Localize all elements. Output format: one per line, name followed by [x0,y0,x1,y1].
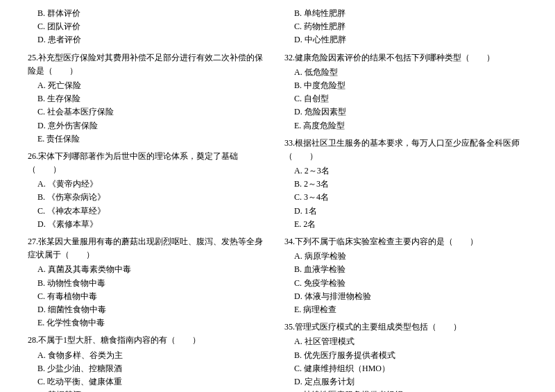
option: B. 《伤寒杂病论》 [28,191,271,204]
option: C. 自创型 [284,92,527,105]
option: C. 免疫学检验 [284,277,527,290]
question-block: 25.补充型医疗保险对其费用补偿不足部分进行有效二次补偿的保险是（ ）A. 死亡… [28,51,271,146]
question-block: 34.下列不属于临床实验室检查主要内容的是（ ）A. 病原学检验B. 血液学检验… [284,235,527,316]
option: B. 中度危险型 [284,79,527,92]
option: E. 病理检查 [284,303,527,316]
option: B. 优先医疗服务提供者模式 [284,349,527,362]
option: D. 体液与排泄物检验 [284,290,527,303]
option: E. 高度危险型 [284,119,527,133]
question-block: 32.健康危险因素评价的结果不包括下列哪种类型（ ）A. 低危险型B. 中度危险… [284,51,527,133]
option: B. 2～3名 [284,178,527,191]
question-title: 25.补充型医疗保险对其费用补偿不足部分进行有效二次补偿的保险是（ ） [28,51,271,78]
option: E. 持续性医疗服务提供者组织 [284,389,527,392]
option: D. 患者评价 [28,33,271,46]
question-title: 32.健康危险因素评价的结果不包括下列哪种类型（ ） [284,51,527,65]
option: D. 中心性肥胖 [284,33,527,46]
option: B. 动物性食物中毒 [28,277,271,290]
option: D. 禁烟禁酒 [28,389,271,392]
question-block: 35.管理式医疗模式的主要组成类型包括（ ）A. 社区管理模式B. 优先医疗服务… [284,321,527,392]
option: C. 《神农本草经》 [28,205,271,218]
option: A. 《黄帝内经》 [28,178,271,191]
option: B. 生存保险 [28,92,271,105]
question-title: 34.下列不属于临床实验室检查主要内容的是（ ） [284,235,527,248]
left-column: B. 群体评价C. 团队评价D. 患者评价25.补充型医疗保险对其费用补偿不足部… [28,7,271,392]
question-title: 33.根据社区卫生服务的基本要求，每万人口至少应配备全科医师（ ） [284,137,527,163]
option: D. 细菌性食物中毒 [28,303,271,316]
option: D. 意外伤害保险 [28,119,271,133]
option: B. 少盐少油、控糖限酒 [28,362,271,375]
question-block: B. 单纯性肥胖C. 药物性肥胖D. 中心性肥胖 [284,7,527,47]
question-block: 33.根据社区卫生服务的基本要求，每万人口至少应配备全科医师（ ）A. 2～3名… [284,137,527,231]
question-block: B. 群体评价C. 团队评价D. 患者评价 [28,7,271,47]
option: B. 群体评价 [28,7,271,20]
option: A. 病原学检验 [284,250,527,263]
question-block: 27.张某因大量服用有毒的蘑菇出现剧烈呕吐、腹泻、发热等全身症状属于（ ）A. … [28,235,271,330]
option: A. 食物多样、谷类为主 [28,349,271,362]
option: A. 低危险型 [284,66,527,79]
question-title: 28.不属于1型大肝、糖食指南内容的有（ ） [28,334,271,347]
option: E. 化学性食物中毒 [28,316,271,330]
option: A. 2～3名 [284,164,527,178]
option: C. 健康维持组织（HMO） [284,362,527,375]
option: E. 2名 [284,218,527,231]
question-title: 35.管理式医疗模式的主要组成类型包括（ ） [284,321,527,334]
option: C. 有毒植物中毒 [28,290,271,303]
option: D. 1名 [284,205,527,218]
page-content: B. 群体评价C. 团队评价D. 患者评价25.补充型医疗保险对其费用补偿不足部… [28,7,527,392]
option: B. 血液学检验 [284,263,527,276]
option: A. 真菌及其毒素类物中毒 [28,263,271,276]
right-column: B. 单纯性肥胖C. 药物性肥胖D. 中心性肥胖32.健康危险因素评价的结果不包… [284,7,527,392]
option: C. 3～4名 [284,191,527,204]
option: C. 药物性肥胖 [284,20,527,33]
question-block: 26.宋体下列哪部著作为后世中医的理论体系，奠定了基础（ ）A. 《黄帝内经》B… [28,150,271,231]
option: C. 吃动平衡、健康体重 [28,375,271,389]
option: B. 单纯性肥胖 [284,7,527,20]
option: A. 死亡保险 [28,79,271,92]
option: C. 社会基本医疗保险 [28,105,271,119]
question-title: 26.宋体下列哪部著作为后世中医的理论体系，奠定了基础（ ） [28,150,271,176]
option: D. 《素修本草》 [28,218,271,231]
question-block: 28.不属于1型大肝、糖食指南内容的有（ ）A. 食物多样、谷类为主B. 少盐少… [28,334,271,392]
option: D. 危险因素型 [284,105,527,119]
option: D. 定点服务计划 [284,375,527,389]
question-title: 27.张某因大量服用有毒的蘑菇出现剧烈呕吐、腹泻、发热等全身症状属于（ ） [28,235,271,262]
option: C. 团队评价 [28,20,271,33]
option: A. 社区管理模式 [284,335,527,348]
option: E. 责任保险 [28,133,271,146]
